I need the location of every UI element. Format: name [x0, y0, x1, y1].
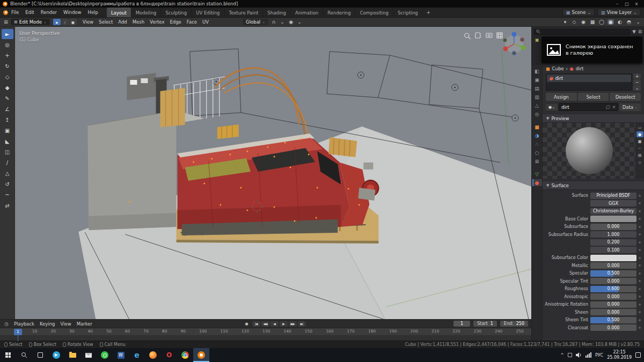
tool-transform[interactable]: ◆	[2, 83, 13, 93]
slot-specials-button[interactable]: ⌄	[633, 85, 641, 91]
tab-render[interactable]: ▣	[532, 76, 542, 83]
workspace-tab[interactable]: Scripting	[393, 8, 423, 17]
tool-scale[interactable]: ◇	[2, 72, 13, 82]
property-value-control[interactable]: Principled BSDF	[590, 193, 636, 199]
task-view-button[interactable]	[32, 348, 48, 362]
tab-view-layer[interactable]: ▥	[532, 93, 542, 100]
property-value-control[interactable]: 1.000	[590, 231, 636, 238]
assign-button[interactable]: Assign	[546, 93, 577, 101]
snap-magnet-icon[interactable]: ∩	[270, 19, 277, 25]
transport-button[interactable]: ▶	[280, 321, 288, 327]
keyframe-dot-icon[interactable]	[639, 304, 641, 306]
vertex-select-mode-button[interactable]: ▪	[53, 19, 61, 25]
outliner-search-input[interactable]	[534, 29, 630, 35]
property-value-control[interactable]: 0.000	[590, 224, 636, 230]
workspace-tab[interactable]: UV Editing	[192, 8, 224, 17]
show-overlays-icon[interactable]: ◉	[580, 19, 587, 25]
material-slot-item[interactable]: ● dirt	[547, 75, 631, 82]
property-value-control[interactable]: 0.000	[590, 293, 636, 300]
tool-poly-build[interactable]: △	[2, 168, 13, 179]
taskbar-app-opera[interactable]	[161, 348, 177, 362]
property-value-control[interactable]: Christensen-Burley	[590, 208, 636, 215]
timeline-menu-item[interactable]: View	[58, 321, 74, 327]
surface-section-header[interactable]: ▼ Surface	[543, 181, 644, 190]
workspace-tab[interactable]: Shading	[263, 8, 291, 17]
header-menu-item[interactable]: Mesh	[130, 18, 147, 26]
timeline-menu-item[interactable]: Marker	[74, 321, 95, 327]
editor-type-icon[interactable]: ⊞	[3, 19, 9, 25]
tool-inset[interactable]: ▣	[2, 125, 13, 136]
remove-slot-button[interactable]: −	[633, 79, 641, 85]
shading-wireframe-icon[interactable]: ◯	[598, 19, 605, 25]
property-value-control[interactable]	[590, 255, 636, 261]
preview-hair-button[interactable]: ~	[636, 145, 643, 151]
breadcrumb-material[interactable]: dirt	[576, 66, 584, 71]
data-link-dropdown[interactable]: Data⌄	[619, 104, 641, 111]
material-slot-list[interactable]: ● dirt	[546, 73, 632, 91]
keyframe-dot-icon[interactable]	[639, 264, 641, 267]
keyframe-dot-icon[interactable]	[639, 233, 641, 235]
auto-keyframe-icon[interactable]: ●	[243, 322, 251, 326]
current-frame-field[interactable]: 1	[453, 321, 470, 327]
view-layer-selector[interactable]: ▥ View Layer ⌄	[597, 9, 641, 16]
maximize-button[interactable]: □	[622, 2, 632, 6]
keyframe-dot-icon[interactable]	[639, 280, 641, 282]
preview-sphere-button[interactable]: ●	[636, 131, 643, 137]
keyframe-dot-icon[interactable]	[639, 195, 641, 197]
taskbar-app-whatsapp[interactable]	[97, 348, 113, 362]
tab-particles[interactable]: ∴	[532, 141, 542, 147]
property-value-control[interactable]: 0.200	[590, 239, 636, 246]
transport-button[interactable]: ◀◀	[261, 321, 269, 327]
snap-options-caret-icon[interactable]: ⌄	[279, 19, 286, 25]
face-select-mode-button[interactable]: ■	[69, 19, 77, 25]
transport-button[interactable]: ▶▶	[289, 321, 297, 327]
show-gizmo-icon[interactable]: ◇	[571, 19, 577, 25]
property-value-control[interactable]: 0.000	[590, 262, 636, 269]
menu-item[interactable]: Edit	[22, 9, 37, 16]
close-button[interactable]: ×	[632, 2, 641, 6]
header-menu-item[interactable]: Face	[184, 18, 200, 26]
timeline-ruler[interactable]: 1102030405060708090100110120130140150160…	[0, 328, 531, 341]
tool-select-box[interactable]: ►	[2, 29, 13, 39]
breadcrumb-object[interactable]: Cube	[552, 66, 564, 71]
orientation-dropdown[interactable]: Global ⌄	[243, 19, 268, 25]
timeline-menu-item[interactable]: Playback	[11, 321, 37, 327]
tab-modifiers[interactable]: ◑	[532, 132, 542, 139]
blender-menu-icon[interactable]	[3, 10, 8, 15]
timeline-menu-item[interactable]: Keying	[37, 321, 58, 327]
taskbar-app-firefox[interactable]	[145, 348, 161, 362]
proportional-editing-icon[interactable]: ◉	[288, 19, 294, 25]
network-icon[interactable]	[586, 352, 591, 358]
preview-fluid-button[interactable]: ◇	[636, 159, 643, 165]
property-value-control[interactable]: GGX	[590, 200, 636, 206]
property-value-control[interactable]: 0.500	[590, 270, 636, 277]
keyframe-dot-icon[interactable]	[639, 218, 641, 220]
workspace-tab[interactable]: Texture Paint	[225, 8, 264, 17]
property-value-control[interactable]: 0.600	[590, 286, 636, 292]
property-value-control[interactable]: 0.500	[590, 317, 636, 323]
keyframe-dot-icon[interactable]	[639, 288, 641, 290]
taskbar-app-telegram[interactable]	[48, 348, 64, 362]
keyframe-dot-icon[interactable]	[639, 319, 641, 321]
menu-item[interactable]: Render	[38, 9, 60, 16]
tool-annotate[interactable]: ✎	[2, 93, 13, 104]
keyframe-dot-icon[interactable]	[639, 249, 641, 251]
3d-scene-canvas[interactable]: User Perspective (1) Cube	[15, 27, 531, 319]
start-frame-field[interactable]: Start 1	[473, 321, 497, 327]
shading-material-icon[interactable]: ◐	[617, 19, 623, 25]
outliner-options-icon[interactable]: ⊞	[638, 29, 642, 34]
tool-smooth[interactable]: ~	[2, 190, 13, 200]
property-value-control[interactable]: 0.100	[590, 247, 636, 253]
taskbar-app-blender[interactable]	[193, 348, 209, 362]
workspace-tab[interactable]: Sculpting	[161, 8, 192, 17]
keyframe-dot-icon[interactable]	[639, 295, 641, 298]
taskbar-app-edge[interactable]	[129, 348, 145, 362]
keyframe-dot-icon[interactable]	[639, 272, 641, 275]
workspace-tab[interactable]: Animation	[291, 8, 323, 17]
visibility-dropdown-icon[interactable]: ▾	[562, 19, 568, 25]
header-menu-item[interactable]: View	[80, 18, 96, 26]
minimize-button[interactable]: –	[612, 2, 622, 6]
keyframe-dot-icon[interactable]	[639, 226, 641, 228]
property-value-control[interactable]	[590, 216, 636, 222]
property-value-control[interactable]: 0.000	[590, 324, 636, 331]
